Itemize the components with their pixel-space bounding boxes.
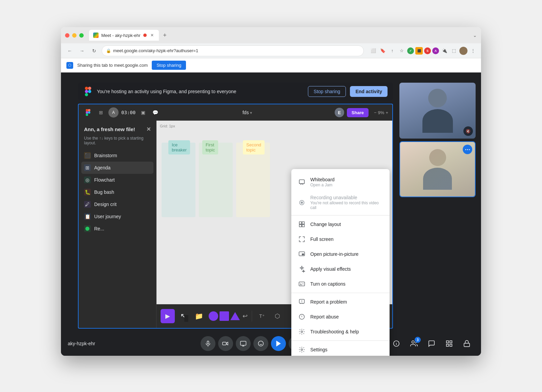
back-button[interactable]: ← bbox=[65, 46, 75, 56]
figma-menu-flowchart[interactable]: ◎ Flowchart bbox=[81, 174, 153, 186]
figma-component-tool[interactable]: ⬡ bbox=[270, 309, 285, 323]
microphone-button[interactable] bbox=[201, 336, 215, 351]
ext-red[interactable]: S bbox=[424, 47, 431, 54]
stop-sharing-button[interactable]: Stop sharing bbox=[308, 86, 346, 97]
ext-green[interactable]: ✓ bbox=[407, 47, 414, 54]
browser-window: Meet - aky-hzpk-ehr ✕ + ⌄ ← → ↻ 🔒 meet.g… bbox=[61, 27, 481, 356]
sharing-stop-button[interactable]: Stop sharing bbox=[152, 61, 186, 70]
activities-button[interactable] bbox=[271, 336, 286, 351]
ext-orange[interactable]: ⬛ bbox=[415, 47, 423, 55]
figma-file-name: fds ▾ bbox=[243, 110, 252, 115]
active-tab[interactable]: Meet - aky-hzpk-ehr ✕ bbox=[89, 30, 159, 41]
menu-item-recording: Recording unavailable You're not allowed… bbox=[291, 191, 390, 214]
figma-rotate-tool[interactable]: ↩ bbox=[243, 312, 248, 320]
sharing-icon: ⬡ bbox=[66, 62, 73, 69]
menu-item-change-layout[interactable]: Change layout bbox=[291, 217, 390, 232]
recording-text: Recording unavailable You're not allowed… bbox=[310, 195, 383, 210]
captions-icon bbox=[298, 280, 306, 288]
url-bar[interactable]: 🔒 meet.google.com/aky-hzpk-ehr?authuser=… bbox=[102, 45, 364, 56]
svg-point-4 bbox=[88, 90, 91, 93]
menu-item-troubleshoot[interactable]: Troubleshooting & help bbox=[291, 324, 390, 339]
info-button[interactable] bbox=[389, 336, 404, 351]
figma-menu-designcrit[interactable]: 🖊 Design crit bbox=[81, 198, 153, 210]
whiteboard-text: Whiteboard Open a Jam bbox=[310, 177, 383, 187]
flowchart-icon: ◎ bbox=[84, 177, 91, 183]
svg-rect-2 bbox=[85, 90, 88, 93]
figma-share-button[interactable]: Share bbox=[347, 108, 369, 117]
figma-shape-tools: ↩ bbox=[209, 311, 248, 321]
more-options-badge-2[interactable]: ⋯ bbox=[463, 145, 472, 154]
mute-badge-1: 🔇 bbox=[463, 126, 473, 136]
lock-button[interactable] bbox=[459, 336, 474, 351]
figma-rect-tool[interactable] bbox=[220, 311, 229, 321]
figma-tool-pencil[interactable]: 📁 bbox=[192, 309, 206, 323]
figma-triangle-tool[interactable] bbox=[230, 312, 240, 320]
captions-text: Turn on captions bbox=[310, 281, 383, 287]
figma-layout-icon[interactable]: ▣ bbox=[138, 108, 148, 117]
activity-banner: You're hosting an activity using Figma, … bbox=[78, 83, 393, 100]
figma-chat-icon[interactable]: 💬 bbox=[150, 108, 160, 117]
menu-dots-icon[interactable]: ⋮ bbox=[469, 47, 477, 55]
menu-item-settings[interactable]: Settings bbox=[291, 342, 390, 356]
traffic-lights bbox=[65, 33, 84, 38]
menu-item-captions[interactable]: Turn on captions bbox=[291, 276, 390, 291]
window-menu-icon[interactable]: ⌄ bbox=[473, 33, 477, 38]
menu-item-visual-effects[interactable]: Apply visual effects bbox=[291, 262, 390, 276]
svg-rect-3 bbox=[85, 93, 88, 96]
ssl-icon: 🔒 bbox=[106, 48, 111, 53]
star-icon[interactable]: ☆ bbox=[398, 47, 406, 55]
figma-sidebar-close[interactable]: ✕ bbox=[146, 126, 151, 132]
profile-avatar[interactable] bbox=[459, 47, 467, 55]
report-abuse-text: Report abuse bbox=[310, 314, 383, 319]
chat-button[interactable] bbox=[424, 336, 439, 351]
svg-rect-33 bbox=[446, 341, 449, 343]
maximize-button[interactable] bbox=[79, 33, 84, 38]
emoji-button[interactable] bbox=[253, 336, 268, 351]
figma-text-tool[interactable]: T⁺ bbox=[255, 309, 269, 323]
save-icon[interactable]: 🔖 bbox=[379, 47, 387, 55]
end-activity-button[interactable]: End activity bbox=[350, 86, 388, 97]
cast-icon[interactable]: ⬜ bbox=[369, 47, 377, 55]
toolbar-icons: ⬜ 🔖 ↑ ☆ ✓ ⬛ S A 🔌 ⬚ ⋮ bbox=[369, 47, 477, 55]
extensions-icon[interactable]: 🔌 bbox=[440, 47, 449, 55]
tab-close-button[interactable]: ✕ bbox=[149, 33, 155, 38]
menu-item-report-problem[interactable]: Report a problem bbox=[291, 294, 390, 309]
figma-grid-icon[interactable]: ⊞ bbox=[96, 108, 106, 117]
tab-search-icon[interactable]: ⬚ bbox=[450, 47, 458, 55]
figma-menu-agenda[interactable]: ⊞ Agenda bbox=[81, 162, 153, 174]
report-problem-text: Report a problem bbox=[310, 299, 383, 305]
report-abuse-icon bbox=[298, 313, 306, 321]
whiteboard-icon bbox=[298, 179, 306, 186]
svg-rect-8 bbox=[86, 114, 88, 116]
figma-user-avatar-sm: A bbox=[108, 107, 119, 118]
close-button[interactable] bbox=[65, 33, 69, 38]
ext-purple[interactable]: A bbox=[432, 47, 439, 54]
menu-item-report-abuse[interactable]: Report abuse bbox=[291, 309, 390, 324]
svg-rect-34 bbox=[450, 341, 452, 343]
figma-menu-bugbash[interactable]: 🐛 Bug bash bbox=[81, 186, 153, 198]
new-tab-button[interactable]: + bbox=[160, 30, 170, 40]
figma-menu-userjourney[interactable]: 📋 User journey bbox=[81, 210, 153, 223]
present-button[interactable] bbox=[236, 336, 251, 351]
figma-menu-retro[interactable]: Re... bbox=[81, 223, 153, 235]
figma-circle-tool[interactable] bbox=[209, 311, 218, 321]
figma-tool-select[interactable]: ▶ bbox=[161, 309, 175, 323]
figma-tool-cursor[interactable]: ↖ bbox=[176, 309, 190, 323]
share-icon[interactable]: ↑ bbox=[388, 47, 396, 55]
menu-item-pip[interactable]: Open picture-in-picture bbox=[291, 247, 390, 262]
camera-button[interactable] bbox=[218, 336, 233, 351]
people-button[interactable]: 3 bbox=[406, 336, 421, 351]
change-layout-text: Change layout bbox=[310, 222, 383, 227]
menu-item-whiteboard[interactable]: Whiteboard Open a Jam bbox=[291, 173, 390, 191]
figma-menu-brainstorm[interactable]: ⬛ Brainstorm bbox=[81, 149, 153, 162]
figma-zoom-control[interactable]: − 9% + bbox=[374, 110, 388, 115]
menu-item-fullscreen[interactable]: Full screen bbox=[291, 232, 390, 247]
figma-logo-button[interactable] bbox=[83, 107, 93, 118]
reload-button[interactable]: ↻ bbox=[89, 46, 99, 56]
minimize-button[interactable] bbox=[72, 33, 77, 38]
recording-icon bbox=[298, 199, 306, 206]
video-thumb-2: ⋯ bbox=[399, 141, 476, 197]
bugbash-icon: 🐛 bbox=[84, 189, 91, 195]
forward-button[interactable]: → bbox=[77, 46, 87, 56]
activities-right-button[interactable] bbox=[442, 336, 457, 351]
